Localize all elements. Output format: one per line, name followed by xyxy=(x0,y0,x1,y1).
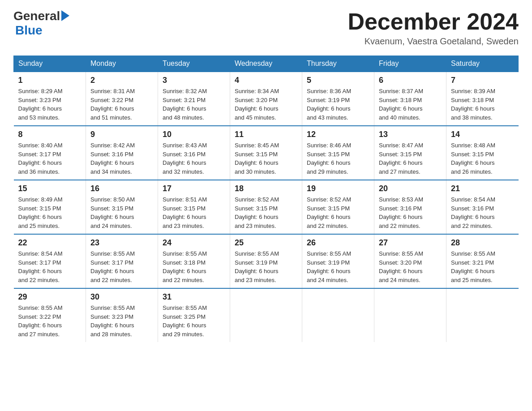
calendar-cell: 22 Sunrise: 8:54 AM Sunset: 3:17 PM Dayl… xyxy=(14,234,86,288)
day-number: 9 xyxy=(90,130,153,139)
col-sunday: Sunday xyxy=(14,56,86,72)
day-info: Sunrise: 8:36 AM Sunset: 3:19 PM Dayligh… xyxy=(307,87,369,122)
day-number: 23 xyxy=(90,238,153,248)
calendar-cell: 30 Sunrise: 8:55 AM Sunset: 3:23 PM Dayl… xyxy=(86,288,158,342)
calendar-cell: 26 Sunrise: 8:55 AM Sunset: 3:19 PM Dayl… xyxy=(302,234,374,288)
calendar-body: 1 Sunrise: 8:29 AM Sunset: 3:23 PM Dayli… xyxy=(14,72,519,342)
day-number: 30 xyxy=(90,292,153,302)
col-monday: Monday xyxy=(86,56,158,72)
day-info: Sunrise: 8:48 AM Sunset: 3:15 PM Dayligh… xyxy=(451,141,514,176)
calendar-cell xyxy=(230,288,302,342)
day-info: Sunrise: 8:55 AM Sunset: 3:19 PM Dayligh… xyxy=(235,249,297,284)
calendar-cell xyxy=(446,288,519,342)
day-info: Sunrise: 8:55 AM Sunset: 3:25 PM Dayligh… xyxy=(163,304,225,338)
calendar-cell: 13 Sunrise: 8:47 AM Sunset: 3:15 PM Dayl… xyxy=(374,126,446,180)
day-number: 22 xyxy=(18,238,82,248)
logo-arrow-icon xyxy=(61,10,69,21)
calendar-cell: 19 Sunrise: 8:52 AM Sunset: 3:15 PM Dayl… xyxy=(302,180,374,234)
calendar-cell: 15 Sunrise: 8:49 AM Sunset: 3:15 PM Dayl… xyxy=(14,180,86,234)
day-info: Sunrise: 8:31 AM Sunset: 3:22 PM Dayligh… xyxy=(90,87,153,122)
day-number: 3 xyxy=(163,76,225,85)
title-section: December 2024 Kvaenum, Vaestra Goetaland… xyxy=(348,9,519,47)
calendar-table: Sunday Monday Tuesday Wednesday Thursday… xyxy=(13,56,519,342)
calendar-cell: 11 Sunrise: 8:45 AM Sunset: 3:15 PM Dayl… xyxy=(230,126,302,180)
logo-text-general: General xyxy=(13,9,60,23)
calendar-cell: 18 Sunrise: 8:52 AM Sunset: 3:15 PM Dayl… xyxy=(230,180,302,234)
calendar-header: Sunday Monday Tuesday Wednesday Thursday… xyxy=(14,56,519,72)
week-row-4: 22 Sunrise: 8:54 AM Sunset: 3:17 PM Dayl… xyxy=(14,234,519,288)
day-number: 18 xyxy=(235,184,297,193)
day-info: Sunrise: 8:54 AM Sunset: 3:17 PM Dayligh… xyxy=(18,249,82,284)
col-wednesday: Wednesday xyxy=(230,56,302,72)
day-info: Sunrise: 8:55 AM Sunset: 3:17 PM Dayligh… xyxy=(90,249,153,284)
calendar-cell xyxy=(374,288,446,342)
day-info: Sunrise: 8:29 AM Sunset: 3:23 PM Dayligh… xyxy=(18,87,82,122)
day-number: 19 xyxy=(307,184,369,193)
day-number: 15 xyxy=(18,184,82,193)
day-number: 21 xyxy=(451,184,514,193)
day-info: Sunrise: 8:55 AM Sunset: 3:20 PM Dayligh… xyxy=(379,249,442,284)
day-number: 13 xyxy=(379,130,442,139)
calendar-cell: 24 Sunrise: 8:55 AM Sunset: 3:18 PM Dayl… xyxy=(158,234,230,288)
calendar-cell: 25 Sunrise: 8:55 AM Sunset: 3:19 PM Dayl… xyxy=(230,234,302,288)
day-number: 14 xyxy=(451,130,514,139)
header-row: Sunday Monday Tuesday Wednesday Thursday… xyxy=(14,56,519,72)
day-number: 27 xyxy=(379,238,442,248)
day-number: 26 xyxy=(307,238,369,248)
calendar-cell: 5 Sunrise: 8:36 AM Sunset: 3:19 PM Dayli… xyxy=(302,72,374,126)
calendar-cell: 7 Sunrise: 8:39 AM Sunset: 3:18 PM Dayli… xyxy=(446,72,519,126)
calendar-cell: 14 Sunrise: 8:48 AM Sunset: 3:15 PM Dayl… xyxy=(446,126,519,180)
day-number: 17 xyxy=(163,184,225,193)
day-number: 4 xyxy=(235,76,297,85)
calendar-cell: 16 Sunrise: 8:50 AM Sunset: 3:15 PM Dayl… xyxy=(86,180,158,234)
day-number: 2 xyxy=(90,76,153,85)
calendar-cell: 6 Sunrise: 8:37 AM Sunset: 3:18 PM Dayli… xyxy=(374,72,446,126)
day-info: Sunrise: 8:39 AM Sunset: 3:18 PM Dayligh… xyxy=(451,87,514,122)
logo: General Blue xyxy=(13,9,69,38)
day-info: Sunrise: 8:40 AM Sunset: 3:17 PM Dayligh… xyxy=(18,141,82,176)
day-number: 1 xyxy=(18,76,82,85)
calendar-cell: 31 Sunrise: 8:55 AM Sunset: 3:25 PM Dayl… xyxy=(158,288,230,342)
calendar-cell: 28 Sunrise: 8:55 AM Sunset: 3:21 PM Dayl… xyxy=(446,234,519,288)
calendar-cell: 4 Sunrise: 8:34 AM Sunset: 3:20 PM Dayli… xyxy=(230,72,302,126)
day-info: Sunrise: 8:32 AM Sunset: 3:21 PM Dayligh… xyxy=(163,87,225,122)
day-number: 25 xyxy=(235,238,297,248)
day-number: 6 xyxy=(379,76,442,85)
day-info: Sunrise: 8:55 AM Sunset: 3:21 PM Dayligh… xyxy=(451,249,514,284)
col-tuesday: Tuesday xyxy=(158,56,230,72)
day-info: Sunrise: 8:43 AM Sunset: 3:16 PM Dayligh… xyxy=(163,141,225,176)
calendar-cell: 1 Sunrise: 8:29 AM Sunset: 3:23 PM Dayli… xyxy=(14,72,86,126)
day-info: Sunrise: 8:47 AM Sunset: 3:15 PM Dayligh… xyxy=(379,141,442,176)
day-info: Sunrise: 8:45 AM Sunset: 3:15 PM Dayligh… xyxy=(235,141,297,176)
calendar-cell xyxy=(302,288,374,342)
day-info: Sunrise: 8:55 AM Sunset: 3:22 PM Dayligh… xyxy=(18,304,82,338)
location-subtitle: Kvaenum, Vaestra Goetaland, Sweden xyxy=(348,36,519,47)
day-info: Sunrise: 8:52 AM Sunset: 3:15 PM Dayligh… xyxy=(235,195,297,230)
col-thursday: Thursday xyxy=(302,56,374,72)
calendar-cell: 3 Sunrise: 8:32 AM Sunset: 3:21 PM Dayli… xyxy=(158,72,230,126)
day-info: Sunrise: 8:55 AM Sunset: 3:23 PM Dayligh… xyxy=(90,304,153,338)
calendar-cell: 23 Sunrise: 8:55 AM Sunset: 3:17 PM Dayl… xyxy=(86,234,158,288)
day-number: 11 xyxy=(235,130,297,139)
day-number: 5 xyxy=(307,76,369,85)
day-number: 20 xyxy=(379,184,442,193)
week-row-5: 29 Sunrise: 8:55 AM Sunset: 3:22 PM Dayl… xyxy=(14,288,519,342)
day-info: Sunrise: 8:34 AM Sunset: 3:20 PM Dayligh… xyxy=(235,87,297,122)
day-info: Sunrise: 8:50 AM Sunset: 3:15 PM Dayligh… xyxy=(90,195,153,230)
calendar-cell: 9 Sunrise: 8:42 AM Sunset: 3:16 PM Dayli… xyxy=(86,126,158,180)
week-row-3: 15 Sunrise: 8:49 AM Sunset: 3:15 PM Dayl… xyxy=(14,180,519,234)
day-info: Sunrise: 8:55 AM Sunset: 3:18 PM Dayligh… xyxy=(163,249,225,284)
calendar-cell: 20 Sunrise: 8:53 AM Sunset: 3:16 PM Dayl… xyxy=(374,180,446,234)
week-row-1: 1 Sunrise: 8:29 AM Sunset: 3:23 PM Dayli… xyxy=(14,72,519,126)
calendar-cell: 12 Sunrise: 8:46 AM Sunset: 3:15 PM Dayl… xyxy=(302,126,374,180)
day-info: Sunrise: 8:42 AM Sunset: 3:16 PM Dayligh… xyxy=(90,141,153,176)
calendar-cell: 17 Sunrise: 8:51 AM Sunset: 3:15 PM Dayl… xyxy=(158,180,230,234)
day-number: 8 xyxy=(18,130,82,139)
day-info: Sunrise: 8:53 AM Sunset: 3:16 PM Dayligh… xyxy=(379,195,442,230)
logo-text-blue: Blue xyxy=(15,23,43,38)
week-row-2: 8 Sunrise: 8:40 AM Sunset: 3:17 PM Dayli… xyxy=(14,126,519,180)
day-number: 16 xyxy=(90,184,153,193)
day-info: Sunrise: 8:51 AM Sunset: 3:15 PM Dayligh… xyxy=(163,195,225,230)
month-title: December 2024 xyxy=(348,9,519,34)
calendar-cell: 2 Sunrise: 8:31 AM Sunset: 3:22 PM Dayli… xyxy=(86,72,158,126)
